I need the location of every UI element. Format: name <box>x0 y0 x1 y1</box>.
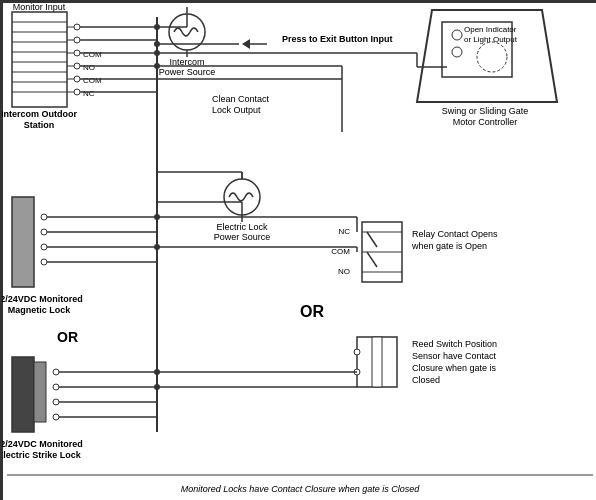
svg-text:Swing or Sliding Gate: Swing or Sliding Gate <box>442 106 529 116</box>
svg-text:Magnetic Lock: Magnetic Lock <box>8 305 72 315</box>
svg-text:Relay Contact Opens: Relay Contact Opens <box>412 229 498 239</box>
svg-point-85 <box>53 414 59 420</box>
svg-point-75 <box>41 244 47 250</box>
svg-text:NC: NC <box>83 89 95 98</box>
svg-point-83 <box>53 384 59 390</box>
svg-text:COM: COM <box>331 247 350 256</box>
svg-point-14 <box>74 63 80 69</box>
svg-point-38 <box>452 30 462 40</box>
svg-text:OR: OR <box>57 329 78 345</box>
svg-text:OR: OR <box>300 303 324 320</box>
svg-point-123 <box>154 41 160 47</box>
svg-point-39 <box>452 47 462 57</box>
svg-text:Closure when gate is: Closure when gate is <box>412 363 497 373</box>
svg-text:Sensor have Contact: Sensor have Contact <box>412 351 497 361</box>
svg-text:Monitor Input: Monitor Input <box>13 2 66 12</box>
svg-text:Press to Exit Button Input: Press to Exit Button Input <box>282 34 393 44</box>
svg-text:Clean Contact: Clean Contact <box>212 94 270 104</box>
svg-text:NO: NO <box>338 267 350 276</box>
svg-point-12 <box>74 37 80 43</box>
svg-point-11 <box>74 24 80 30</box>
wiring-diagram: Monitor Input COM NO COM NC Intercom Out… <box>0 0 596 500</box>
svg-text:12/24VDC Monitored: 12/24VDC Monitored <box>2 294 83 304</box>
svg-point-13 <box>74 50 80 56</box>
svg-text:COM: COM <box>83 76 102 85</box>
svg-text:Electric Lock: Electric Lock <box>216 222 268 232</box>
svg-point-82 <box>53 369 59 375</box>
svg-rect-65 <box>372 337 382 387</box>
svg-text:NO: NO <box>83 63 95 72</box>
svg-text:Station: Station <box>24 120 55 130</box>
svg-text:12/24VDC Monitored: 12/24VDC Monitored <box>2 439 83 449</box>
svg-text:Intercom Outdoor: Intercom Outdoor <box>2 109 77 119</box>
svg-rect-81 <box>34 362 46 422</box>
svg-text:Monitored Locks have Contact C: Monitored Locks have Contact Closure whe… <box>181 484 421 494</box>
svg-point-66 <box>354 349 360 355</box>
svg-text:Power Source: Power Source <box>159 67 216 77</box>
svg-rect-72 <box>12 197 34 287</box>
svg-text:Electric Strike Lock: Electric Strike Lock <box>2 450 82 460</box>
svg-point-15 <box>74 76 80 82</box>
svg-point-16 <box>74 89 80 95</box>
svg-point-122 <box>154 24 160 30</box>
svg-text:Open Indicator: Open Indicator <box>464 25 517 34</box>
svg-point-74 <box>41 229 47 235</box>
svg-text:Power Source: Power Source <box>214 232 271 242</box>
svg-rect-1 <box>12 12 67 107</box>
svg-point-124 <box>154 50 160 56</box>
svg-text:Motor Controller: Motor Controller <box>453 117 518 127</box>
svg-point-125 <box>154 63 160 69</box>
svg-text:or Light Output: or Light Output <box>464 35 518 44</box>
svg-point-126 <box>154 214 160 220</box>
svg-point-127 <box>154 244 160 250</box>
svg-point-84 <box>53 399 59 405</box>
svg-point-73 <box>41 214 47 220</box>
svg-text:NC: NC <box>338 227 350 236</box>
svg-text:when gate is Open: when gate is Open <box>411 241 487 251</box>
svg-rect-80 <box>12 357 34 432</box>
svg-text:Closed: Closed <box>412 375 440 385</box>
svg-point-129 <box>154 384 160 390</box>
svg-text:COM: COM <box>83 50 102 59</box>
svg-text:Lock Output: Lock Output <box>212 105 261 115</box>
svg-point-128 <box>154 369 160 375</box>
svg-text:Reed Switch Position: Reed Switch Position <box>412 339 497 349</box>
svg-point-76 <box>41 259 47 265</box>
